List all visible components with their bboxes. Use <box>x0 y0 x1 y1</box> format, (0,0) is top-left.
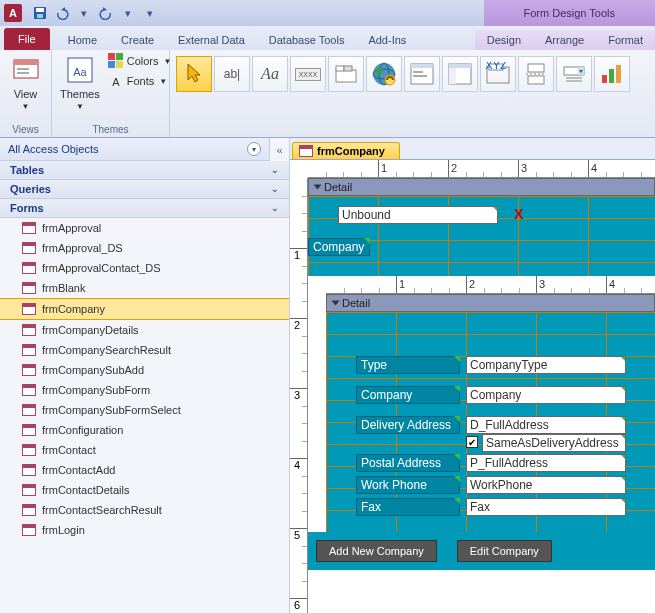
add-new-company-button[interactable]: Add New Company <box>316 540 437 562</box>
horizontal-ruler[interactable]: 12345678 <box>308 160 655 178</box>
tab-external-data[interactable]: External Data <box>166 30 257 50</box>
label-postal-address[interactable]: Postal Address <box>356 454 460 472</box>
redo-icon[interactable] <box>96 3 116 23</box>
view-button[interactable]: View ▼ <box>6 52 45 113</box>
control-textbox[interactable]: ab| <box>214 56 250 92</box>
colors-button[interactable]: Colors▼ <box>106 52 174 70</box>
edit-company-button[interactable]: Edit Company <box>457 540 552 562</box>
nav-item-frmcompanysubformselect[interactable]: frmCompanySubFormSelect <box>0 400 289 420</box>
nav-collapse-button[interactable]: « <box>269 138 289 161</box>
nav-item-frmcompanysearchresult[interactable]: frmCompanySearchResult <box>0 340 289 360</box>
tab-design[interactable]: Design <box>475 30 533 50</box>
label-company[interactable]: Company <box>356 386 460 404</box>
form-icon <box>22 324 36 336</box>
control-select[interactable] <box>176 56 212 92</box>
tab-arrange[interactable]: Arrange <box>533 30 596 50</box>
undo-icon[interactable] <box>52 3 72 23</box>
field-sameasdelivery[interactable]: SameAsDeliveryAddress <box>482 434 626 452</box>
field-companytype[interactable]: CompanyType <box>466 356 626 374</box>
fonts-icon: A <box>108 73 124 89</box>
tab-format[interactable]: Format <box>596 30 655 50</box>
qat-customize-icon[interactable]: ▾ <box>140 3 160 23</box>
nav-item-frmapproval[interactable]: frmApproval <box>0 218 289 238</box>
nav-item-frmcompanydetails[interactable]: frmCompanyDetails <box>0 320 289 340</box>
control-button[interactable]: XXXX <box>290 56 326 92</box>
fonts-button[interactable]: A Fonts▼ <box>106 72 174 90</box>
svg-rect-39 <box>602 75 607 83</box>
themes-button[interactable]: Aa Themes ▼ <box>58 52 102 113</box>
colors-icon <box>108 53 124 69</box>
section-bar-detail[interactable]: Detail <box>308 178 655 196</box>
form-icon <box>22 303 36 315</box>
svg-rect-16 <box>344 66 352 71</box>
svg-rect-10 <box>116 53 123 60</box>
section-arrow-icon <box>332 301 340 306</box>
field-postal-address[interactable]: P_FullAddress <box>466 454 626 472</box>
themes-label: Themes <box>60 88 100 100</box>
nav-item-label: frmConfiguration <box>42 424 123 436</box>
svg-rect-40 <box>609 69 614 83</box>
nav-item-frmcontactdetails[interactable]: frmContactDetails <box>0 480 289 500</box>
control-chart[interactable] <box>594 56 630 92</box>
nav-group-queries[interactable]: Queries⌄ <box>0 180 289 199</box>
ribbon-tabs: File Home Create External Data Database … <box>0 26 655 50</box>
label-company-tab[interactable]: Company <box>308 238 370 256</box>
save-icon[interactable] <box>30 3 50 23</box>
subform-section-bar-detail[interactable]: Detail <box>326 294 655 312</box>
field-company[interactable]: Company <box>466 386 626 404</box>
control-pagebreak[interactable] <box>518 56 554 92</box>
form-canvas-header[interactable]: Unbound X Company <box>308 196 655 276</box>
nav-item-label: frmLogin <box>42 524 85 536</box>
svg-rect-27 <box>449 64 471 68</box>
control-navigation[interactable] <box>442 56 478 92</box>
nav-item-frmapproval_ds[interactable]: frmApproval_DS <box>0 238 289 258</box>
nav-forms-list: frmApprovalfrmApproval_DSfrmApprovalCont… <box>0 218 289 540</box>
form-design-surface[interactable]: 1234567891011 Detail Unbound X Company 1… <box>290 178 655 613</box>
nav-item-frmlogin[interactable]: frmLogin <box>0 520 289 540</box>
field-work-phone[interactable]: WorkPhone <box>466 476 626 494</box>
control-combobox[interactable] <box>556 56 592 92</box>
control-tab[interactable] <box>328 56 364 92</box>
nav-item-frmcontact[interactable]: frmContact <box>0 440 289 460</box>
nav-item-frmcompanysubform[interactable]: frmCompanySubForm <box>0 380 289 400</box>
control-hyperlink[interactable] <box>366 56 402 92</box>
field-fax[interactable]: Fax <box>466 498 626 516</box>
subform-canvas[interactable]: Type CompanyType Company Company Deliver… <box>326 312 655 532</box>
control-label[interactable]: Aa <box>252 56 288 92</box>
nav-item-frmblank[interactable]: frmBlank <box>0 278 289 298</box>
nav-item-frmapprovalcontact_ds[interactable]: frmApprovalContact_DS <box>0 258 289 278</box>
label-type[interactable]: Type <box>356 356 460 374</box>
document-tab-frmcompany[interactable]: frmCompany <box>292 142 400 159</box>
title-bar: A ▾ ▾ ▾ Form Design Tools <box>0 0 655 26</box>
nav-header[interactable]: All Access Objects ▾ <box>0 138 269 161</box>
tab-add-ins[interactable]: Add-Ins <box>356 30 418 50</box>
close-x-label[interactable]: X <box>514 206 523 222</box>
nav-item-frmconfiguration[interactable]: frmConfiguration <box>0 420 289 440</box>
nav-item-frmcontactsearchresult[interactable]: frmContactSearchResult <box>0 500 289 520</box>
nav-search-icon[interactable]: ▾ <box>247 142 261 156</box>
nav-item-frmcompanysubadd[interactable]: frmCompanySubAdd <box>0 360 289 380</box>
subform-horizontal-ruler[interactable]: 12345678 <box>326 276 655 294</box>
redo-dropdown-icon[interactable]: ▾ <box>118 3 138 23</box>
nav-item-label: frmCompanySubForm <box>42 384 150 396</box>
form-icon <box>22 364 36 376</box>
nav-group-forms[interactable]: Forms⌄ <box>0 199 289 218</box>
label-delivery-address[interactable]: Delivery Address <box>356 416 460 434</box>
tab-create[interactable]: Create <box>109 30 166 50</box>
label-fax[interactable]: Fax <box>356 498 460 516</box>
field-delivery-address[interactable]: D_FullAddress <box>466 416 626 434</box>
tab-database-tools[interactable]: Database Tools <box>257 30 357 50</box>
tab-file[interactable]: File <box>4 28 50 50</box>
control-webbrowser[interactable] <box>404 56 440 92</box>
label-work-phone[interactable]: Work Phone <box>356 476 460 494</box>
textbox-unbound[interactable]: Unbound <box>338 206 498 224</box>
undo-dropdown-icon[interactable]: ▾ <box>74 3 94 23</box>
nav-item-frmcontactadd[interactable]: frmContactAdd <box>0 460 289 480</box>
tab-home[interactable]: Home <box>56 30 109 50</box>
nav-group-tables[interactable]: Tables⌄ <box>0 161 289 180</box>
checkbox-sameas[interactable]: ✔ <box>466 436 478 448</box>
vertical-ruler[interactable]: 1234567891011 <box>290 178 308 613</box>
control-optiongroup[interactable]: XYZ <box>480 56 516 92</box>
nav-item-frmcompany[interactable]: frmCompany <box>0 298 289 320</box>
nav-item-label: frmCompanyDetails <box>42 324 139 336</box>
